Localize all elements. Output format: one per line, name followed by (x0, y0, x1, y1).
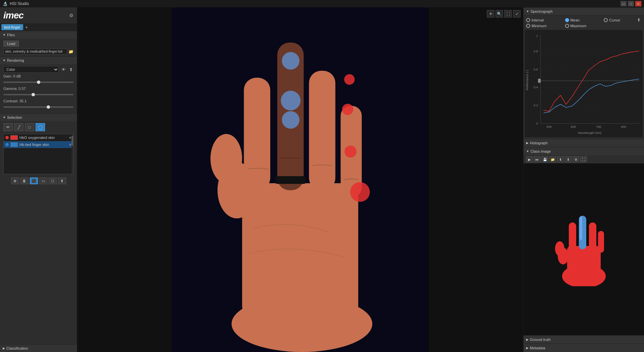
svg-text:0: 0 (536, 122, 538, 125)
selection-list-scrollbar[interactable] (72, 134, 73, 174)
render-eye-button[interactable]: 👁 (61, 67, 66, 72)
file-input-row: skin, oximetry & medical/tied-finger.hdr… (3, 49, 74, 54)
class-save-button[interactable]: 💾 (542, 156, 548, 162)
class-image-toolbar: ▶ ⏭ 💾 📁 ⬆ ⬇ ⚙ ⛶ (523, 155, 644, 163)
hb-visibility[interactable] (5, 143, 9, 146)
selection-list: HbO oxygenated skin ✕ Hb tied finger ski… (3, 134, 74, 174)
metadata-header[interactable]: ▶ Metadata (523, 344, 644, 352)
class-settings-button[interactable]: ⚙ (572, 156, 579, 162)
selection-label: Selection (7, 115, 22, 119)
line-tool[interactable]: ╱ (14, 123, 24, 131)
spectrograph-export-button[interactable]: ⬆ (636, 17, 641, 22)
image-fit-button[interactable]: ⛶ (504, 10, 512, 17)
class-export2-button[interactable]: ⬇ (565, 156, 571, 162)
export-selection-button[interactable]: ⬆ (58, 178, 66, 184)
select-all-button[interactable]: ⬛ (30, 178, 38, 184)
hand-image (77, 7, 523, 352)
class-play-button[interactable]: ▶ (526, 156, 533, 162)
svg-point-14 (282, 52, 300, 69)
histogram-header[interactable]: ▶ Histograph (523, 139, 644, 147)
image-toolbar: ✛ 🔍 ⛶ ⤢ (487, 10, 520, 17)
mean-radio[interactable] (565, 18, 569, 22)
left-panel: imec ⚙ tied-finger + ▼ Files Load skin, … (0, 7, 77, 352)
render-mode-select[interactable]: Color Grayscale Pseudocolor (3, 66, 59, 73)
mean-control: Mean (565, 17, 603, 22)
svg-point-47 (555, 241, 564, 256)
metadata-label: Metadata (530, 346, 545, 350)
minimum-radio[interactable] (526, 24, 530, 28)
interval-control: Interval (526, 17, 564, 22)
selection-item-hb[interactable]: Hb tied finger skin ✕ (4, 141, 73, 148)
histogram-arrow: ▶ (526, 141, 528, 145)
svg-text:0.6: 0.6 (534, 68, 538, 71)
hbo-delete[interactable]: ✕ (69, 136, 72, 140)
cursor-control: Cursor ⬆ (604, 17, 641, 22)
minimize-button[interactable]: — (620, 1, 627, 6)
svg-text:Reflectance (-): Reflectance (-) (525, 70, 529, 90)
right-panel: ▼ Spectrograph Interval Mean Cursor ⬆ (523, 7, 644, 352)
maximum-radio[interactable] (565, 24, 569, 28)
spectrograph-controls: Interval Mean Cursor ⬆ Minimum (523, 15, 644, 30)
folder-icon[interactable]: 📁 (68, 49, 74, 54)
titlebar: 🔬 HSI Studio — □ ✕ (0, 0, 644, 7)
svg-rect-45 (598, 231, 604, 253)
tab-tied-finger[interactable]: tied-finger (1, 24, 23, 30)
selection-section-header[interactable]: ▼ Selection (0, 113, 77, 121)
files-section-header[interactable]: ▼ Files (0, 31, 77, 39)
rendering-section-header[interactable]: ▼ Rendering (0, 56, 77, 64)
ground-truth-header[interactable]: ▶ Ground truth (523, 336, 644, 344)
gain-slider[interactable] (3, 82, 74, 83)
rendering-content: Color Grayscale Pseudocolor 👁 ⬆ Gain: 0 … (0, 64, 77, 113)
svg-text:500: 500 (547, 125, 552, 129)
spectrograph-header[interactable]: ▼ Spectrograph (523, 7, 644, 15)
lasso-tool[interactable]: ✏ (3, 123, 13, 131)
files-label: Files (7, 33, 15, 37)
render-export-button[interactable]: ⬆ (68, 67, 74, 72)
close-button[interactable]: ✕ (635, 1, 641, 6)
delete-selection-button[interactable]: 🗑 (20, 178, 29, 184)
maximize-button[interactable]: □ (628, 1, 634, 6)
class-export1-button[interactable]: ⬆ (557, 156, 564, 162)
settings-icon[interactable]: ⚙ (69, 13, 74, 18)
classification-section-header[interactable]: ▶ Classification (0, 344, 77, 352)
contrast-slider-row: Contrast: 35.1 (3, 99, 74, 109)
merge-button[interactable]: ⬡ (49, 178, 57, 184)
maximum-control: Maximum (565, 24, 603, 28)
svg-text:600: 600 (571, 125, 576, 129)
image-cursor-button[interactable]: ✛ (487, 10, 494, 17)
rendering-label: Rendering (7, 58, 24, 62)
hb-color-swatch (10, 142, 18, 147)
hbo-visibility[interactable] (5, 136, 9, 139)
gamma-slider[interactable] (3, 94, 74, 95)
metadata-arrow: ▶ (526, 346, 528, 350)
rect-tool[interactable]: □ (25, 123, 34, 131)
circle-tool[interactable]: ◯ (36, 123, 45, 131)
load-button[interactable]: Load (3, 41, 19, 47)
svg-rect-2 (242, 183, 358, 317)
class-step-button[interactable]: ⏭ (534, 156, 541, 162)
spectrograph-arrow: ▼ (526, 10, 529, 13)
hb-delete[interactable]: ✕ (69, 143, 72, 147)
svg-rect-41 (569, 222, 576, 251)
add-tab-button[interactable]: + (24, 24, 29, 30)
selection-tools: ✏ ╱ □ ◯ (3, 123, 74, 131)
class-image-svg (550, 212, 617, 286)
interval-radio[interactable] (526, 18, 530, 22)
image-zoom-button[interactable]: 🔍 (496, 10, 503, 17)
gain-slider-row: Gain: 0 dB (3, 74, 74, 84)
cursor-radio[interactable] (604, 18, 608, 22)
image-expand-button[interactable]: ⤢ (513, 10, 520, 17)
class-image-header[interactable]: ▼ Class image (523, 147, 644, 155)
class-image-section: ▼ Class image ▶ ⏭ 💾 📁 ⬆ ⬇ ⚙ ⛶ (523, 147, 644, 335)
add-selection-button[interactable]: ⊕ (11, 178, 19, 184)
selection-toolbar: ⊕ 🗑 ⬛ ▭ ⬡ ⬆ (3, 176, 74, 186)
deselect-button[interactable]: ▭ (39, 178, 47, 184)
class-fit-button[interactable]: ⛶ (580, 156, 587, 162)
class-folder-button[interactable]: 📁 (549, 156, 556, 162)
rendering-arrow: ▼ (3, 59, 6, 62)
cursor-label: Cursor (609, 18, 620, 22)
contrast-slider[interactable] (3, 106, 74, 108)
maximum-label: Maximum (570, 24, 587, 28)
svg-text:Wavelength (nm): Wavelength (nm) (578, 131, 601, 135)
selection-item-hbo[interactable]: HbO oxygenated skin ✕ (4, 134, 73, 141)
